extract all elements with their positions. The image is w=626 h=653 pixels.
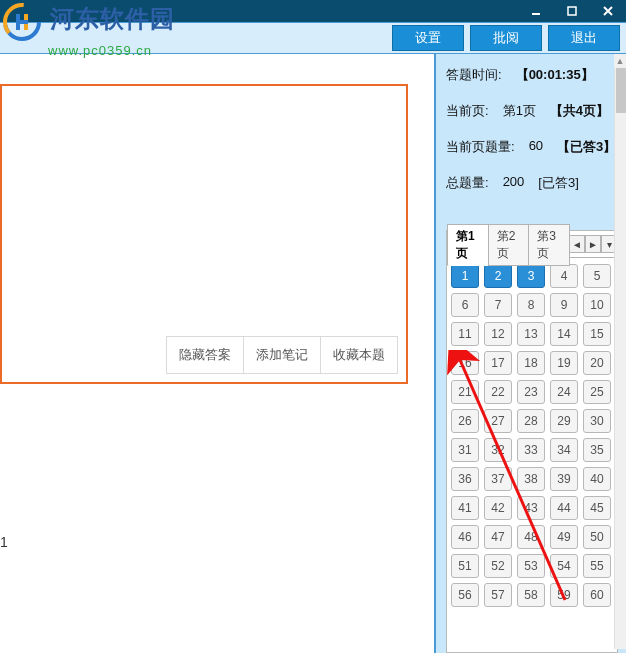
- question-number-59[interactable]: 59: [550, 583, 578, 607]
- close-button[interactable]: [590, 0, 626, 22]
- favorite-button[interactable]: 收藏本题: [320, 337, 397, 373]
- page-tabs: 第1页 第2页 第3页 ◄ ► ▾: [447, 231, 617, 257]
- question-number-16[interactable]: 16: [451, 351, 479, 375]
- question-number-13[interactable]: 13: [517, 322, 545, 346]
- question-number-44[interactable]: 44: [550, 496, 578, 520]
- question-number-18[interactable]: 18: [517, 351, 545, 375]
- total-answered: [已答3]: [538, 174, 578, 192]
- question-number-58[interactable]: 58: [517, 583, 545, 607]
- question-number-53[interactable]: 53: [517, 554, 545, 578]
- question-number-26[interactable]: 26: [451, 409, 479, 433]
- question-number-30[interactable]: 30: [583, 409, 611, 433]
- question-number-54[interactable]: 54: [550, 554, 578, 578]
- question-number-40[interactable]: 40: [583, 467, 611, 491]
- question-number-10[interactable]: 10: [583, 293, 611, 317]
- question-number-4[interactable]: 4: [550, 264, 578, 288]
- question-number-57[interactable]: 57: [484, 583, 512, 607]
- tab-page-1[interactable]: 第1页: [447, 224, 489, 266]
- question-number-60[interactable]: 60: [583, 583, 611, 607]
- stat-page: 当前页: 第1页 【共4页】: [446, 102, 618, 120]
- question-number-47[interactable]: 47: [484, 525, 512, 549]
- question-actions: 隐藏答案 添加笔记 收藏本题: [166, 336, 398, 374]
- scrollbar-thumb[interactable]: [616, 68, 626, 113]
- question-number-27[interactable]: 27: [484, 409, 512, 433]
- question-number-36[interactable]: 36: [451, 467, 479, 491]
- question-number-56[interactable]: 56: [451, 583, 479, 607]
- question-number-19[interactable]: 19: [550, 351, 578, 375]
- stray-text: 1: [0, 534, 8, 550]
- question-number-3[interactable]: 3: [517, 264, 545, 288]
- vertical-scrollbar[interactable]: ▲: [614, 54, 626, 649]
- tab-next-button[interactable]: ►: [585, 235, 601, 253]
- question-box: 隐藏答案 添加笔记 收藏本题: [0, 84, 408, 384]
- question-number-45[interactable]: 45: [583, 496, 611, 520]
- maximize-icon: [566, 5, 578, 17]
- question-number-20[interactable]: 20: [583, 351, 611, 375]
- scrollbar-track[interactable]: [614, 68, 626, 649]
- question-number-7[interactable]: 7: [484, 293, 512, 317]
- question-navigator: 第1页 第2页 第3页 ◄ ► ▾ 1234567891011121314151…: [446, 230, 618, 653]
- add-note-button[interactable]: 添加笔记: [243, 337, 320, 373]
- question-number-55[interactable]: 55: [583, 554, 611, 578]
- total-label: 总题量:: [446, 174, 489, 192]
- page-count-label: 当前页题量:: [446, 138, 515, 156]
- question-number-51[interactable]: 51: [451, 554, 479, 578]
- question-number-39[interactable]: 39: [550, 467, 578, 491]
- stat-page-count: 当前页题量: 60 【已答3】: [446, 138, 618, 156]
- settings-button[interactable]: 设置: [392, 25, 464, 51]
- question-number-5[interactable]: 5: [583, 264, 611, 288]
- question-number-17[interactable]: 17: [484, 351, 512, 375]
- question-number-8[interactable]: 8: [517, 293, 545, 317]
- content-area: 隐藏答案 添加笔记 收藏本题 1 显示答案 添加笔记 收藏本题 答题时间: 【0…: [0, 54, 626, 653]
- question-number-37[interactable]: 37: [484, 467, 512, 491]
- minimize-button[interactable]: [518, 0, 554, 22]
- question-number-41[interactable]: 41: [451, 496, 479, 520]
- stat-total: 总题量: 200 [已答3]: [446, 174, 618, 192]
- question-number-34[interactable]: 34: [550, 438, 578, 462]
- tab-page-2[interactable]: 第2页: [488, 224, 530, 266]
- review-button[interactable]: 批阅: [470, 25, 542, 51]
- question-number-35[interactable]: 35: [583, 438, 611, 462]
- question-number-21[interactable]: 21: [451, 380, 479, 404]
- question-number-52[interactable]: 52: [484, 554, 512, 578]
- right-panel: 答题时间: 【00:01:35】 当前页: 第1页 【共4页】 当前页题量: 6…: [434, 54, 626, 653]
- tab-prev-button[interactable]: ◄: [569, 235, 585, 253]
- question-number-22[interactable]: 22: [484, 380, 512, 404]
- question-number-38[interactable]: 38: [517, 467, 545, 491]
- page-total: 【共4页】: [550, 102, 609, 120]
- page-count-value: 60: [529, 138, 543, 156]
- question-number-43[interactable]: 43: [517, 496, 545, 520]
- question-number-49[interactable]: 49: [550, 525, 578, 549]
- question-number-6[interactable]: 6: [451, 293, 479, 317]
- question-number-15[interactable]: 15: [583, 322, 611, 346]
- page-label: 当前页:: [446, 102, 489, 120]
- question-number-2[interactable]: 2: [484, 264, 512, 288]
- left-column: 隐藏答案 添加笔记 收藏本题 1 显示答案 添加笔记 收藏本题: [0, 54, 420, 653]
- question-number-28[interactable]: 28: [517, 409, 545, 433]
- question-number-33[interactable]: 33: [517, 438, 545, 462]
- question-number-25[interactable]: 25: [583, 380, 611, 404]
- question-number-50[interactable]: 50: [583, 525, 611, 549]
- question-number-14[interactable]: 14: [550, 322, 578, 346]
- maximize-button[interactable]: [554, 0, 590, 22]
- question-number-48[interactable]: 48: [517, 525, 545, 549]
- question-number-31[interactable]: 31: [451, 438, 479, 462]
- question-number-12[interactable]: 12: [484, 322, 512, 346]
- question-number-11[interactable]: 11: [451, 322, 479, 346]
- question-number-42[interactable]: 42: [484, 496, 512, 520]
- question-number-29[interactable]: 29: [550, 409, 578, 433]
- question-number-9[interactable]: 9: [550, 293, 578, 317]
- question-number-24[interactable]: 24: [550, 380, 578, 404]
- question-number-1[interactable]: 1: [451, 264, 479, 288]
- exit-button[interactable]: 退出: [548, 25, 620, 51]
- question-number-32[interactable]: 32: [484, 438, 512, 462]
- page-current: 第1页: [503, 102, 536, 120]
- scroll-up-icon[interactable]: ▲: [614, 54, 626, 68]
- hide-answer-button[interactable]: 隐藏答案: [167, 337, 243, 373]
- question-number-23[interactable]: 23: [517, 380, 545, 404]
- svg-line-3: [604, 7, 612, 15]
- close-icon: [602, 5, 614, 17]
- total-value: 200: [503, 174, 525, 192]
- tab-page-3[interactable]: 第3页: [528, 224, 570, 266]
- question-number-46[interactable]: 46: [451, 525, 479, 549]
